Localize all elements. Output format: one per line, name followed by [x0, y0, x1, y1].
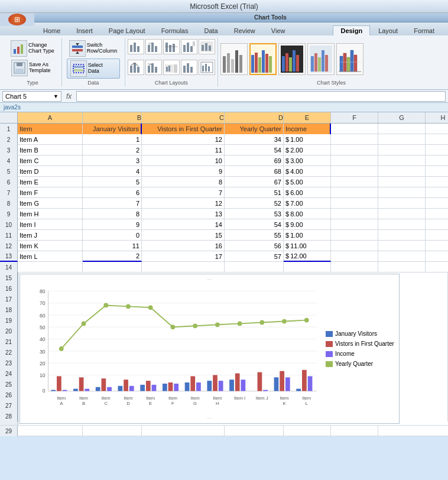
- cell-11-c[interactable]: 15: [142, 230, 225, 241]
- cell-14-d[interactable]: [225, 262, 284, 273]
- cell-12-a[interactable]: Item K: [18, 241, 83, 251]
- cell-5-f[interactable]: [331, 166, 378, 177]
- cell-5-g[interactable]: [378, 166, 426, 177]
- tab-insert[interactable]: Insert: [69, 25, 100, 35]
- cell-8-a[interactable]: Item G: [18, 198, 83, 209]
- cell-3-f[interactable]: [331, 145, 378, 155]
- chart-style-1[interactable]: [220, 43, 248, 75]
- cell-10-f[interactable]: [331, 219, 378, 230]
- cell-14-f[interactable]: [331, 262, 378, 273]
- tab-review[interactable]: Review: [226, 25, 263, 35]
- cell-11-b[interactable]: 0: [83, 230, 142, 241]
- cell-1-e[interactable]: Income: [284, 124, 331, 134]
- cell-13-a[interactable]: Item L: [18, 251, 83, 262]
- cell-13-d[interactable]: 57: [225, 251, 284, 262]
- cell-1-a[interactable]: Item: [18, 124, 83, 134]
- cell-2-g[interactable]: [378, 134, 426, 145]
- tab-layout[interactable]: Layout: [371, 25, 405, 35]
- cell-3-d[interactable]: 54: [225, 145, 284, 155]
- cell-6-e[interactable]: $ 5.00: [284, 177, 331, 187]
- cell-2-b[interactable]: 1: [83, 134, 142, 145]
- chart-style-4[interactable]: [307, 43, 335, 75]
- cell-1-b[interactable]: January Visitors: [83, 124, 142, 134]
- tab-data[interactable]: Data: [196, 25, 225, 35]
- cell-9-e[interactable]: $ 8.00: [284, 209, 331, 219]
- cell-13-f[interactable]: [331, 251, 378, 262]
- cell-13-c[interactable]: 17: [142, 251, 225, 262]
- cell-8-e[interactable]: $ 7.00: [284, 198, 331, 209]
- col-header-c[interactable]: C: [142, 112, 225, 123]
- layout-thumb-2[interactable]: 12: [145, 39, 162, 54]
- cell-7-f[interactable]: [331, 187, 378, 198]
- cell-29-d[interactable]: [225, 426, 284, 436]
- layout-thumb-8[interactable]: [163, 60, 180, 75]
- cell-6-d[interactable]: 67: [225, 177, 284, 187]
- cell-9-d[interactable]: 53: [225, 209, 284, 219]
- cell-12-d[interactable]: 56: [225, 241, 284, 251]
- col-header-a[interactable]: A: [18, 112, 83, 123]
- chart-area[interactable]: ···· 80 70: [20, 274, 400, 424]
- tab-page-layout[interactable]: Page Layout: [101, 25, 153, 35]
- cell-7-e[interactable]: $ 6.00: [284, 187, 331, 198]
- cell-13-g[interactable]: [378, 251, 426, 262]
- cell-9-g[interactable]: [378, 209, 426, 219]
- cell-1-c[interactable]: Vistors in First Quarter: [142, 124, 225, 134]
- cell-6-a[interactable]: Item E: [18, 177, 83, 187]
- col-header-d[interactable]: D: [225, 112, 284, 123]
- cell-5-a[interactable]: Item D: [18, 166, 83, 177]
- formula-input[interactable]: [76, 91, 446, 102]
- cell-9-f[interactable]: [331, 209, 378, 219]
- cell-7-c[interactable]: 7: [142, 187, 225, 198]
- cell-12-g[interactable]: [378, 241, 426, 251]
- cell-13-e[interactable]: $ 12.00: [284, 251, 331, 262]
- name-box-dropdown[interactable]: ▼: [53, 93, 59, 99]
- layout-thumb-6[interactable]: [128, 60, 144, 75]
- cell-8-b[interactable]: 7: [83, 198, 142, 209]
- cell-29-a[interactable]: [18, 426, 83, 436]
- cell-11-a[interactable]: Item J: [18, 230, 83, 241]
- cell-4-g[interactable]: [378, 155, 426, 166]
- cell-8-d[interactable]: 52: [225, 198, 284, 209]
- cell-10-d[interactable]: 54: [225, 219, 284, 230]
- switch-row-column-button[interactable]: SwitchRow/Column: [67, 39, 120, 58]
- select-data-button[interactable]: SelectData: [67, 59, 120, 79]
- cell-4-b[interactable]: 3: [83, 155, 142, 166]
- cell-9-a[interactable]: Item H: [18, 209, 83, 219]
- cell-2-e[interactable]: $ 1.00: [284, 134, 331, 145]
- cell-12-b[interactable]: 11: [83, 241, 142, 251]
- cell-6-b[interactable]: 5: [83, 177, 142, 187]
- cell-14-g[interactable]: [378, 262, 426, 273]
- cell-5-d[interactable]: 68: [225, 166, 284, 177]
- name-box[interactable]: Chart 5 ▼: [2, 91, 61, 102]
- cell-14-e[interactable]: [284, 262, 331, 273]
- tab-home[interactable]: Home: [35, 25, 68, 35]
- cell-7-b[interactable]: 6: [83, 187, 142, 198]
- cell-9-c[interactable]: 13: [142, 209, 225, 219]
- cell-12-f[interactable]: [331, 241, 378, 251]
- cell-2-c[interactable]: 12: [142, 134, 225, 145]
- cell-6-c[interactable]: 8: [142, 177, 225, 187]
- chart-style-5[interactable]: [336, 43, 363, 75]
- cell-4-e[interactable]: $ 3.00: [284, 155, 331, 166]
- cell-10-b[interactable]: 9: [83, 219, 142, 230]
- layout-thumb-9[interactable]: [181, 60, 197, 75]
- cell-5-b[interactable]: 4: [83, 166, 142, 177]
- cell-10-c[interactable]: 14: [142, 219, 225, 230]
- cell-14-c[interactable]: [142, 262, 225, 273]
- col-header-f[interactable]: F: [331, 112, 378, 123]
- cell-12-c[interactable]: 16: [142, 241, 225, 251]
- office-button[interactable]: ⊞: [8, 14, 26, 25]
- cell-2-d[interactable]: 34: [225, 134, 284, 145]
- cell-4-c[interactable]: 10: [142, 155, 225, 166]
- cell-11-f[interactable]: [331, 230, 378, 241]
- tab-format[interactable]: Format: [406, 25, 442, 35]
- cell-4-f[interactable]: [331, 155, 378, 166]
- cell-14-b[interactable]: [83, 262, 142, 273]
- cell-29-b[interactable]: [83, 426, 142, 436]
- cell-10-a[interactable]: Item I: [18, 219, 83, 230]
- cell-10-e[interactable]: $ 9.00: [284, 219, 331, 230]
- change-chart-type-button[interactable]: ChangeChart Type: [8, 39, 57, 58]
- chart-style-2[interactable]: [249, 43, 277, 75]
- cell-29-e[interactable]: [284, 426, 331, 436]
- layout-thumb-3[interactable]: [163, 39, 180, 54]
